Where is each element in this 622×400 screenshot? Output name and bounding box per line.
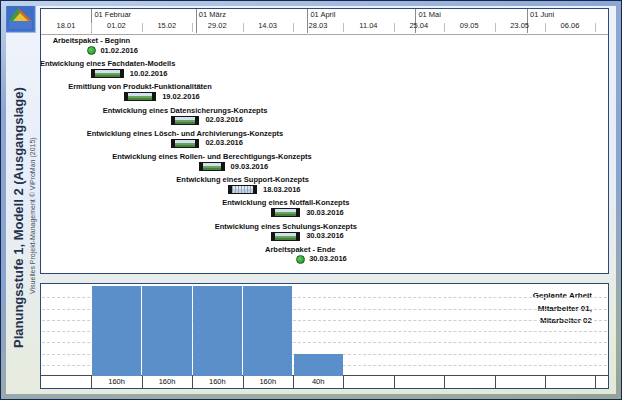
sidebar-subtitle: Visuelles Projekt-Management © ViProMan … [29,137,36,294]
task-name: Arbeitspaket - Beginn [41,36,241,45]
task-milestone-icon[interactable] [87,46,96,55]
task-name: Ermittlung von Produkt-Funktionalitäten [41,82,290,91]
task-bar[interactable] [271,232,300,241]
task-bar[interactable] [199,162,224,171]
chart-bar[interactable] [92,286,141,376]
chart-label-cell-border [495,376,496,388]
timeline-date-label: 01.02 [91,21,141,30]
chart-bar[interactable] [294,354,343,377]
task-milestone-icon[interactable] [296,255,305,264]
timeline-date-label: 15.02 [142,21,192,30]
task-date: 30.03.2016 [306,231,344,240]
task-name: Entwicklung eines Datensicherungs-Konzep… [41,106,335,115]
timeline-month-label: 01 März [199,10,226,19]
gantt-panel: 01 Februar01 März01 April01 Mai01 Juni18… [40,8,609,274]
app-content: Planungsstufe 1, Modell 2 (Ausgangslage)… [6,6,616,394]
timeline-month-label: 01 Juni [530,10,554,19]
timeline-date-label: 29.02 [192,21,242,30]
chart-bar[interactable] [193,286,242,376]
chart-label-cell-border [595,376,596,388]
task-date: 30.03.2016 [309,254,347,263]
chart-label-cell-border [394,376,395,388]
workload-chart-field: Geplante Arbeit Mitarbeiter 01, Mitarbei… [41,284,608,388]
task-bar[interactable] [171,139,200,148]
timeline-date-label: 23.05 [495,21,545,30]
task-date: 02.03.2016 [205,115,243,124]
task-date: 09.03.2016 [231,162,269,171]
timeline-month-label: 01 April [310,10,335,19]
task-bar[interactable] [171,116,200,125]
task-date: 30.03.2016 [306,208,344,217]
timeline-date-tick [595,23,596,32]
task-date: 10.02.2016 [130,69,168,78]
timeline-date-label: 11.04 [343,21,393,30]
timeline-separator [41,34,608,35]
task-bar[interactable] [271,208,300,217]
timeline-date-label: 14.03 [243,21,293,30]
timeline-month-label: 01 Februar [94,10,131,19]
chart-label-cell-border [545,376,546,388]
chart-bar-label: 40h [293,377,343,386]
workload-chart-panel: Geplante Arbeit Mitarbeiter 01, Mitarbei… [40,283,609,389]
chart-bar[interactable] [142,286,191,376]
chart-legend-line: Mitarbeiter 02 [533,315,592,328]
task-date: 18.03.2016 [263,185,301,194]
task-bar[interactable] [124,92,156,101]
chart-label-cell-border [343,376,344,388]
chart-label-cell-border [142,376,143,388]
task-name: Arbeitspaket - Ende [150,245,450,254]
chart-label-cell-border [293,376,294,388]
chart-bar-label: 160h [243,377,293,386]
chart-legend-line: Geplante Arbeit [533,290,592,303]
chart-bar[interactable] [243,286,292,376]
task-date: 01.02.2016 [100,46,138,55]
task-date: 02.03.2016 [205,138,243,147]
task-bar[interactable] [228,185,257,194]
task-name: Entwicklung eines Fachdaten-Modells [41,59,258,68]
timeline-date-label: 18.01 [41,21,91,30]
sidebar-title: Planungsstufe 1, Modell 2 (Ausgangslage) [11,87,26,348]
timeline-date-label: 25.04 [394,21,444,30]
task-name: Entwicklung eines Lösch- und Archivierun… [41,129,335,138]
chart-label-cell-border [243,376,244,388]
app-window: Planungsstufe 1, Modell 2 (Ausgangslage)… [0,0,622,400]
timeline-date-label: 09.05 [444,21,494,30]
chart-label-row: 160h160h160h160h40h [41,375,608,388]
task-name: Entwicklung eines Rollen- und Berechtigu… [62,152,362,161]
timeline-date-label: 28.03 [293,21,343,30]
timeline-month-label: 01 Mai [418,10,441,19]
gantt-field: 01 Februar01 März01 April01 Mai01 Juni18… [41,9,608,273]
timeline-date-label: 06.06 [545,21,595,30]
chart-label-cell-border [192,376,193,388]
chart-label-cell-border [91,376,92,388]
task-name: Entwicklung eines Support-Konzepts [93,175,393,184]
viproman-logo-icon [6,6,36,33]
chart-bar-label: 160h [91,377,141,386]
task-bar[interactable] [91,69,123,78]
chart-label-cell-border [444,376,445,388]
chart-bar-label: 160h [142,377,192,386]
task-name: Entwicklung eines Schulungs-Konzepts [136,222,436,231]
task-name: Entwicklung eines Notfall-Konzepts [136,198,436,207]
chart-bar-label: 160h [192,377,242,386]
task-date: 19.02.2016 [162,92,200,101]
